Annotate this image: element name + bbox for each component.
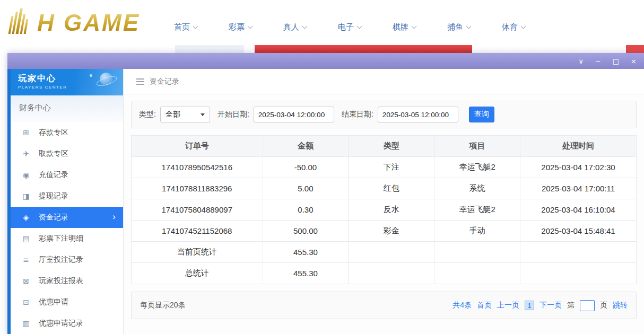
nav-item-sports[interactable]: 体育: [502, 22, 525, 32]
end-date-input[interactable]: [378, 107, 458, 122]
maximize-window-icon[interactable]: □: [613, 58, 619, 65]
cell-order-no: 1741078950542516: [132, 157, 263, 178]
sidebar-section-label: 财务中心: [19, 103, 75, 118]
select-arrow-icon: [201, 113, 205, 116]
current-page-badge[interactable]: 1: [525, 301, 534, 310]
window-titlebar: ∨ − □ ×: [7, 53, 644, 69]
chevron-right-icon: ›: [112, 212, 116, 222]
cell-order-no: 1741074521152068: [132, 221, 263, 242]
nav-item-label: 首页: [174, 22, 190, 32]
sidebar-item-label: 充值记录: [39, 170, 68, 180]
sidebar-item-hall-bet-records[interactable]: ≡ 厅室投注记录: [11, 249, 123, 270]
sidebar-item-promo-apply[interactable]: ⊡ 优惠申请: [11, 292, 123, 313]
chevron-down-icon: [193, 24, 198, 29]
nav-item-label: 体育: [502, 22, 518, 32]
pager: 共4条 首页 上一页 1 下一页 第 页 跳转: [452, 300, 628, 311]
pagination-bar: 每页显示20条 共4条 首页 上一页 1 下一页 第 页 跳转: [131, 292, 637, 319]
sidebar-item-label: 优惠申请: [39, 297, 68, 307]
sidebar-item-withdrawal-records[interactable]: ◨ 提现记录: [11, 186, 123, 207]
cell-empty: [349, 263, 434, 284]
cell-project: 手动: [434, 221, 520, 242]
query-button[interactable]: 查询: [469, 107, 494, 122]
chevron-down-icon: [248, 24, 253, 29]
nav-item-label: 棋牌: [393, 22, 408, 32]
nav-item-label: 捕鱼: [447, 22, 463, 32]
promo-record-icon: ▥: [21, 319, 31, 328]
background-banner: [626, 45, 644, 53]
cell-time: 2025-03-04 17:00:11: [520, 178, 637, 199]
cell-empty: [520, 263, 637, 284]
menu-toggle-icon[interactable]: [136, 78, 144, 85]
table-row: 1741075804889097 0.30 反水 幸运飞艇2 2025-03-0…: [132, 199, 637, 221]
cell-empty: [349, 242, 434, 263]
background-panel: [175, 45, 244, 53]
cell-order-no: 1741075804889097: [132, 199, 263, 221]
nav-item-cards[interactable]: 棋牌: [393, 22, 416, 32]
minimize-window-icon[interactable]: −: [595, 58, 601, 65]
sidebar-item-deposit-zone[interactable]: ⊞ 存款专区: [11, 122, 123, 143]
nav-item-live[interactable]: 真人: [283, 22, 307, 32]
nav-item-label: 彩票: [229, 22, 245, 32]
page-title: 资金记录: [150, 77, 179, 86]
page-jump-input[interactable]: [580, 300, 595, 311]
sidebar-item-label: 优惠申请记录: [39, 319, 83, 328]
sidebar-menu: ⊞ 存款专区 ✈ 取款专区 ◉ 充值记录 ◨ 提现记录 ◈ 资金记录: [11, 122, 123, 334]
cell-label: 当前页统计: [132, 242, 263, 263]
recharge-icon: ◉: [21, 171, 31, 179]
cell-time: 2025-03-04 17:02:30: [520, 157, 637, 178]
jump-button[interactable]: 跳转: [613, 301, 628, 310]
collapse-window-icon[interactable]: ∨: [578, 58, 584, 65]
deposit-icon: ⊞: [21, 128, 31, 137]
dot-decoration-icon: [90, 74, 92, 77]
background-banner: [255, 45, 472, 53]
nav-item-home[interactable]: 首页: [174, 22, 197, 32]
breadcrumb: 资金记录: [124, 69, 644, 94]
sidebar-item-label: 取款专区: [39, 149, 68, 159]
cell-empty: [434, 263, 520, 284]
col-header-order-no: 订单号: [132, 136, 263, 157]
start-date-input[interactable]: [254, 107, 334, 122]
sidebar-item-label: 存款专区: [39, 128, 68, 137]
cell-label: 总统计: [132, 263, 263, 284]
col-header-type: 类型: [349, 136, 434, 157]
hall-bet-icon: ≡: [21, 256, 31, 264]
player-center-window: ∨ − □ × 玩家中心 PLAYERS CENTER 财务中心 ⊞ 存款专区: [7, 53, 644, 334]
cell-type: 彩金: [349, 221, 434, 242]
sidebar-item-player-bet-report[interactable]: ⊠ 玩家投注报表: [11, 270, 123, 292]
cell-amount: 500.00: [263, 221, 349, 242]
chevron-down-icon: [412, 24, 417, 29]
site-header: H GAME 首页 彩票 真人 电子 棋牌 捕鱼 体育: [0, 0, 644, 45]
sidebar-item-lottery-bet-details[interactable]: ▤ 彩票下注明细: [11, 228, 123, 249]
col-header-time: 处理时间: [520, 136, 637, 157]
nav-item-lottery[interactable]: 彩票: [229, 22, 252, 32]
table-row: 1741078811883296 5.00 红包 系统 2025-03-04 1…: [132, 178, 637, 199]
lottery-bet-icon: ▤: [21, 234, 31, 243]
bet-report-icon: ⊠: [21, 277, 31, 285]
next-page-link[interactable]: 下一页: [539, 301, 562, 310]
per-page-label: 每页显示20条: [140, 301, 186, 310]
nav-item-fishing[interactable]: 捕鱼: [447, 22, 471, 32]
prev-page-link[interactable]: 上一页: [497, 301, 519, 310]
col-header-amount: 金额: [263, 136, 349, 157]
cell-amount: 5.00: [263, 178, 349, 199]
main-panel: 资金记录 类型: 全部 开始日期: 结束日期: 查询: [124, 69, 644, 334]
fund-records-table: 订单号 金额 类型 项目 处理时间 1741078950542516 -50.0…: [131, 135, 637, 284]
jump-prefix-label: 第: [567, 301, 575, 310]
sidebar-item-fund-records[interactable]: ◈ 资金记录 ›: [11, 207, 123, 228]
first-page-link[interactable]: 首页: [477, 301, 492, 310]
sidebar-item-withdraw-zone[interactable]: ✈ 取款专区: [11, 143, 123, 164]
jump-suffix-label: 页: [600, 301, 607, 310]
nav-item-slots[interactable]: 电子: [338, 22, 361, 32]
sidebar-item-label: 资金记录: [39, 213, 68, 222]
type-select[interactable]: 全部: [160, 107, 210, 122]
top-navigation: 首页 彩票 真人 电子 棋牌 捕鱼 体育: [174, 22, 525, 32]
col-header-project: 项目: [434, 136, 520, 157]
site-logo[interactable]: H GAME: [5, 8, 140, 36]
sidebar-item-recharge-records[interactable]: ◉ 充值记录: [11, 164, 123, 186]
withdraw-icon: ✈: [21, 150, 31, 158]
sidebar-item-promo-apply-records[interactable]: ▥ 优惠申请记录: [11, 313, 123, 334]
chevron-down-icon: [521, 24, 526, 29]
promo-apply-icon: ⊡: [21, 298, 31, 306]
close-window-icon[interactable]: ×: [631, 58, 637, 65]
sidebar: 玩家中心 PLAYERS CENTER 财务中心 ⊞ 存款专区 ✈ 取款专区 ◉: [11, 69, 124, 334]
